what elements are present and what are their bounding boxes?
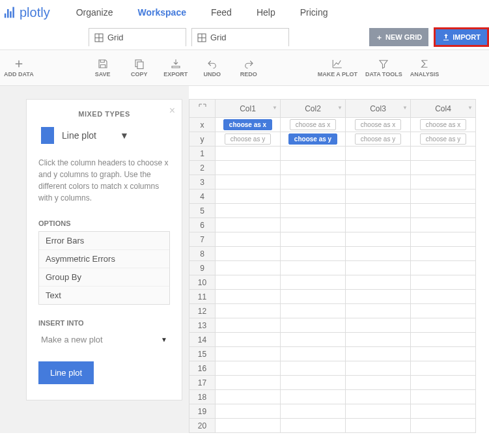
nav-organize[interactable]: Organize	[76, 7, 113, 18]
cell[interactable]	[346, 147, 411, 161]
row-header[interactable]: 11	[189, 290, 216, 304]
cell[interactable]	[281, 189, 346, 204]
grid-corner[interactable]	[189, 100, 216, 118]
plot-type-select[interactable]: Line plot ▼	[38, 127, 170, 144]
cell[interactable]	[216, 404, 281, 419]
cell[interactable]	[346, 404, 411, 419]
cell[interactable]	[281, 404, 346, 419]
row-header[interactable]: 10	[189, 275, 216, 290]
cell[interactable]	[281, 333, 346, 347]
cell[interactable]	[346, 275, 411, 290]
choose-y-col3[interactable]: choose as y	[355, 133, 401, 145]
cell[interactable]	[411, 275, 476, 290]
cell[interactable]	[281, 218, 346, 232]
import-button[interactable]: IMPORT	[436, 29, 487, 45]
insert-into-select[interactable]: Make a new plot ▼	[38, 331, 170, 348]
cell[interactable]	[281, 361, 346, 376]
choose-x-col1[interactable]: choose as x	[223, 119, 272, 130]
cell[interactable]	[281, 390, 346, 404]
cell[interactable]	[411, 361, 476, 376]
cell[interactable]	[216, 376, 281, 390]
cell[interactable]	[216, 189, 281, 204]
row-header[interactable]: 20	[189, 419, 216, 433]
cell[interactable]	[281, 419, 346, 433]
cell[interactable]	[281, 147, 346, 161]
cell[interactable]	[411, 376, 476, 390]
logo[interactable]: plotly	[4, 5, 50, 20]
tab-grid-2[interactable]: Grid	[191, 28, 289, 46]
row-header[interactable]: 3	[189, 175, 216, 189]
cell[interactable]	[216, 361, 281, 376]
row-header[interactable]: 4	[189, 189, 216, 204]
col-header-2[interactable]: Col2▼	[281, 100, 346, 118]
tool-redo[interactable]: REDO	[234, 58, 263, 77]
option-asymmetric-errors[interactable]: Asymmetric Errors	[39, 250, 169, 268]
cell[interactable]	[346, 161, 411, 175]
cell[interactable]	[216, 204, 281, 218]
tool-undo[interactable]: UNDO	[198, 58, 227, 77]
row-header[interactable]: 7	[189, 232, 216, 247]
cell[interactable]	[281, 161, 346, 175]
col-header-1[interactable]: Col1▼	[216, 100, 281, 118]
choose-y-col2[interactable]: choose as y	[288, 133, 337, 145]
cell[interactable]	[216, 390, 281, 404]
cell[interactable]	[411, 318, 476, 333]
row-header[interactable]: 8	[189, 247, 216, 261]
row-header[interactable]: 16	[189, 361, 216, 376]
cell[interactable]	[281, 204, 346, 218]
nav-help[interactable]: Help	[257, 7, 275, 18]
cell[interactable]	[216, 347, 281, 361]
cell[interactable]	[411, 232, 476, 247]
cell[interactable]	[216, 419, 281, 433]
cell[interactable]	[281, 175, 346, 189]
tool-copy[interactable]: COPY	[125, 58, 154, 77]
tool-add-data[interactable]: ADD DATA	[4, 58, 34, 77]
cell[interactable]	[346, 290, 411, 304]
cell[interactable]	[216, 175, 281, 189]
cell[interactable]	[411, 247, 476, 261]
tool-make-plot[interactable]: MAKE A PLOT	[318, 58, 357, 77]
row-header[interactable]: 18	[189, 390, 216, 404]
cell[interactable]	[346, 204, 411, 218]
cell[interactable]	[411, 419, 476, 433]
cell[interactable]	[216, 232, 281, 247]
choose-y-col1[interactable]: choose as y	[225, 133, 271, 145]
cell[interactable]	[411, 218, 476, 232]
cell[interactable]	[346, 218, 411, 232]
cell[interactable]	[216, 275, 281, 290]
row-header[interactable]: 12	[189, 304, 216, 318]
cell[interactable]	[346, 189, 411, 204]
tool-save[interactable]: SAVE	[89, 58, 117, 77]
cell[interactable]	[411, 333, 476, 347]
cell[interactable]	[411, 161, 476, 175]
cell[interactable]	[216, 218, 281, 232]
cell[interactable]	[411, 290, 476, 304]
cell[interactable]	[411, 304, 476, 318]
create-plot-button[interactable]: Line plot	[38, 361, 94, 384]
row-header[interactable]: 2	[189, 161, 216, 175]
col-header-3[interactable]: Col3▼	[346, 100, 411, 118]
cell[interactable]	[346, 232, 411, 247]
cell[interactable]	[411, 404, 476, 419]
cell[interactable]	[346, 376, 411, 390]
cell[interactable]	[216, 247, 281, 261]
cell[interactable]	[411, 261, 476, 275]
choose-x-col4[interactable]: choose as x	[420, 119, 466, 130]
choose-x-col2[interactable]: choose as x	[290, 119, 336, 130]
row-header[interactable]: 13	[189, 318, 216, 333]
cell[interactable]	[411, 204, 476, 218]
row-header[interactable]: 17	[189, 376, 216, 390]
choose-x-col3[interactable]: choose as x	[355, 119, 401, 130]
nav-workspace[interactable]: Workspace	[138, 7, 186, 18]
cell[interactable]	[411, 189, 476, 204]
cell[interactable]	[281, 347, 346, 361]
cell[interactable]	[346, 318, 411, 333]
tool-export[interactable]: EXPORT	[161, 58, 190, 77]
cell[interactable]	[216, 333, 281, 347]
col-header-4[interactable]: Col4▼	[411, 100, 476, 118]
nav-feed[interactable]: Feed	[211, 7, 232, 18]
cell[interactable]	[346, 261, 411, 275]
cell[interactable]	[281, 261, 346, 275]
tab-grid-1[interactable]: Grid	[89, 28, 186, 46]
cell[interactable]	[281, 247, 346, 261]
